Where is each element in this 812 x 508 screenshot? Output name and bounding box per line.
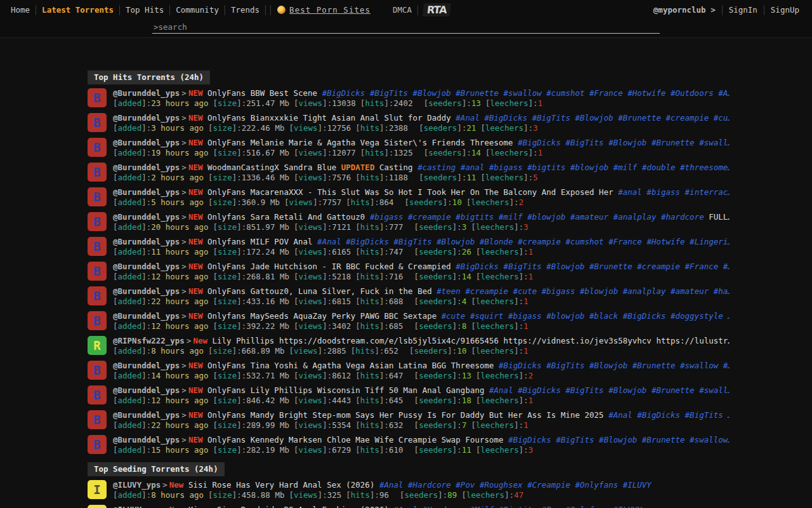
uploader-avatar[interactable]: I [88,480,107,499]
meta-seeders-label: seeders [419,321,452,331]
torrent-tags[interactable]: #bigass #creampie #bigtits #milf #blowjo… [370,212,704,222]
torrent-title[interactable]: Sisi Rose Has Very Hard Anal Sex (2026) [188,480,375,490]
uploader-avatar[interactable]: B [88,385,107,404]
nav-item-trends[interactable]: Trends [225,4,265,16]
meta-leechers-label: leechers [480,247,518,257]
uploader-avatar[interactable]: B [88,212,107,231]
torrent-title[interactable]: OnlyFans MacarenaXXX - This Slut Was So … [207,187,613,197]
uploader-name[interactable]: @Burunddel_yps [113,187,180,197]
torrent-tags[interactable]: #teen #creampie #cute #bigass #blowjob #… [436,286,730,296]
torrent-title[interactable]: OnlyFans Mandy Bright Step-mom Says Her … [207,410,604,420]
meta-leechers-value: 1 [523,297,528,306]
uploader-name[interactable]: @Burunddel_yps [113,88,180,98]
torrent-tags[interactable]: #BigDicks #BigTits #Blowjob #Brunette #s… [518,138,730,147]
torrent-tags[interactable]: #BigDicks #BigTits #Blowjob #Brunette #c… [455,262,730,271]
uploader-name[interactable]: @Burunddel_yps [113,212,180,222]
meta-seeders-label: seeders [409,197,443,207]
torrent-tags[interactable]: #BigDicks #BigTits #Blowjob #Brunette #s… [499,361,730,370]
meta-leechers: [leechers]:1 [471,420,528,430]
uploader-name[interactable]: @Burunddel_yps [113,113,180,123]
torrent-title[interactable]: Kissa Sins Roadside BG Anal Fucking (202… [188,505,389,508]
nav-item-top-hits[interactable]: Top Hits [120,4,169,16]
signin-button[interactable]: SignIn [723,4,764,16]
uploader-name[interactable]: @Burunddel_yps [113,410,180,420]
search-input[interactable] [159,22,658,32]
signup-button[interactable]: SignUp [764,4,806,16]
torrent-title[interactable]: OnlyFans Lily Phillips Wisconsin Tiff 50… [207,385,485,395]
uploader-name[interactable]: @ILUVY_yps [113,505,160,508]
torrent-title[interactable]: Onlyfans Sara Retali And Gattouz0 [207,212,365,222]
dmca-link[interactable]: DMCA [387,4,417,16]
torrent-title[interactable]: OnlyFans Tina Yoshi & Agatha Vega Asian … [207,361,494,370]
torrent-tags[interactable]: #Anal #Hardcore #Milf #Bigtits #Pov #Onl… [394,505,642,508]
meta-size: [size]:282.19 Mb [213,445,289,455]
chevron-right-icon: > [160,505,169,508]
torrent-tags[interactable]: #anal #bigass #interrac… [618,187,730,197]
torrent-tags[interactable]: #BigDicks #BigTits #Blowjob #Brunette #s… [322,88,730,98]
meta-added-label: added [118,297,142,306]
meta-views: [views]:325 [289,490,341,500]
uploader-name[interactable]: @Burunddel_yps [113,361,180,370]
meta-hits-label: hits [360,247,379,257]
meta-size-value: 532.71 Mb [246,371,289,380]
torrent-tags[interactable]: #Anal #BigDicks #BigTits #Blowjob #Brune… [455,113,730,123]
uploader-avatar[interactable]: R [88,336,107,355]
meta-leechers-label: leechers [480,371,518,380]
torrent-tags[interactable]: #Anal #Hardcore #Pov #Roughsex #Creampie… [379,480,652,490]
torrent-tags[interactable]: #casting #anal #bigass #bigtits #blowjob… [417,163,730,172]
torrent-title[interactable]: OnlyFans Melanie Marie & Agatha Vega Sis… [207,138,513,147]
nav-item-latest-torrents[interactable]: Latest Torrents [36,4,119,16]
torrent-tags[interactable]: #Anal #BigDicks #BigTits #Blowjob #Brune… [489,385,730,395]
uploader-avatar[interactable]: B [88,286,107,305]
new-badge: NEW [188,385,203,395]
uploader-name[interactable]: @Burunddel_yps [113,311,180,321]
torrent-tags[interactable]: #cute #squirt #bigass #blowjob #black #B… [442,311,730,321]
uploader-name[interactable]: @Burunddel_yps [113,138,180,147]
meta-size: [size]:846.42 Mb [213,396,289,405]
torrent-meta-line: [added]:12 hours ago[size]:392.22 Mb[vie… [113,321,730,331]
uploader-avatar[interactable]: B [88,237,107,256]
torrent-tags[interactable]: #BigDicks #BigTits #Blowjob #Brunette #s… [508,435,730,444]
uploader-avatar[interactable]: B [88,113,107,132]
torrent-meta-line: [added]:19 hours ago[size]:516.67 Mb[vie… [113,148,730,158]
torrent-tags[interactable]: #Anal #BigDicks #BigTits #Blowjob #Blond… [317,237,730,246]
torrent-title[interactable]: Casting [379,163,413,172]
torrent-title[interactable]: OnlyFans Bianxxxkie Tight Asian Anal Slu… [207,113,451,123]
uploader-name[interactable]: @Burunddel_yps [113,237,180,246]
best-porn-sites-link[interactable]: Best Porn Sites [289,5,370,15]
uploader-avatar[interactable]: B [88,88,107,107]
torrent-title[interactable]: Onlyfans MaySeeds AquaZay Perky PAWG BBC… [207,311,436,321]
torrent-title[interactable]: Lily Phillips https://doodstream.com/e/l… [213,336,730,345]
uploader-avatar[interactable]: B [88,361,107,380]
search-box[interactable]: > [152,22,660,34]
torrent-title[interactable]: OnlyFans Gattouz0, Luna Silver, Fuck in … [207,286,432,296]
nav-item-community[interactable]: Community [170,4,225,16]
uploader-name[interactable]: @Burunddel_yps [113,435,180,444]
uploader-avatar[interactable]: B [88,163,107,182]
nav-item-home[interactable]: Home [5,4,36,16]
torrent-tags[interactable]: #Anal #BigDicks #BigTits … [608,410,730,420]
uploader-avatar[interactable]: I [88,505,107,508]
uploader-avatar[interactable]: B [88,435,107,454]
torrent-title[interactable]: OnlyFans BBW Best Scene [207,88,317,98]
uploader-name[interactable]: @Burunddel_yps [113,262,180,271]
torrent-title[interactable]: OnlyFans Kennedy Marksen Chloe Mae Wife … [207,435,504,444]
uploader-avatar[interactable]: B [88,187,107,206]
torrent-title[interactable]: OnlyFans Jade Hutchison - IR BBC Fucked … [207,262,451,271]
meta-hits-value: 645 [389,396,403,405]
uploader-avatar[interactable]: B [88,138,107,157]
uploader-name[interactable]: @Burunddel_yps [113,286,180,296]
uploader-avatar[interactable]: B [88,311,107,330]
uploader-name[interactable]: @RIPNsfw222_yps [113,336,185,345]
uploader-name[interactable]: @ILUVY_yps [113,480,160,490]
uploader-name[interactable]: @Burunddel_yps [113,163,180,172]
torrent-title[interactable]: WoodmanCastingX Sandra Blue [207,163,336,172]
uploader-name[interactable]: @Burunddel_yps [113,385,180,395]
uploader-avatar[interactable]: B [88,410,107,429]
meta-added-label: added [118,222,142,232]
uploader-avatar[interactable]: B [88,262,107,281]
torrent-title[interactable]: Onlyfans MILF POV Anal [207,237,313,246]
torrent-title[interactable]: FULL… [709,212,730,222]
account-menu[interactable]: @mypornclub > [647,4,722,16]
meta-hits: [hits]:688 [355,297,403,306]
